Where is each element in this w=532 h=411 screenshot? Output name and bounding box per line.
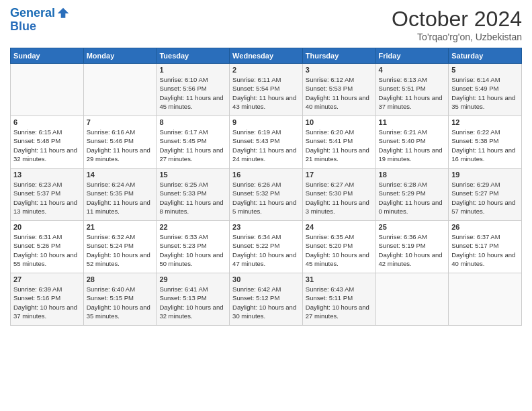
day-number: 17	[306, 171, 373, 179]
sunset: Sunset: 5:27 PM	[451, 189, 498, 197]
daylight: Daylight: 11 hours and 27 minutes.	[159, 146, 223, 163]
cell-0-4: 3 Sunrise: 6:12 AM Sunset: 5:53 PM Dayli…	[302, 64, 375, 116]
daylight: Daylight: 10 hours and 55 minutes.	[13, 251, 77, 267]
cell-2-5: 18 Sunrise: 6:28 AM Sunset: 5:29 PM Dayl…	[375, 169, 449, 221]
day-number: 28	[87, 275, 154, 283]
sunset: Sunset: 5:46 PM	[87, 137, 134, 144]
daylight: Daylight: 11 hours and 35 minutes.	[451, 94, 515, 110]
sunrise: Sunrise: 6:13 AM	[379, 76, 427, 83]
daylight: Daylight: 11 hours and 3 minutes.	[306, 199, 369, 215]
sunset: Sunset: 5:37 PM	[13, 189, 60, 197]
sunrise: Sunrise: 6:26 AM	[232, 181, 281, 188]
logo-icon	[56, 7, 70, 20]
day-number: 26	[451, 223, 519, 231]
day-number: 14	[87, 171, 154, 179]
day-number: 11	[379, 118, 446, 126]
sunset: Sunset: 5:24 PM	[87, 242, 134, 249]
daylight: Daylight: 11 hours and 45 minutes.	[159, 94, 223, 110]
cell-4-2: 29 Sunrise: 6:41 AM Sunset: 5:13 PM Dayl…	[157, 273, 230, 326]
sunrise: Sunrise: 6:19 AM	[232, 128, 281, 136]
cell-0-6: 5 Sunrise: 6:14 AM Sunset: 5:49 PM Dayli…	[449, 64, 522, 116]
daylight: Daylight: 10 hours and 30 minutes.	[232, 304, 296, 320]
sunrise: Sunrise: 6:16 AM	[87, 128, 135, 136]
day-number: 25	[379, 223, 446, 231]
cell-2-2: 15 Sunrise: 6:25 AM Sunset: 5:33 PM Dayl…	[157, 169, 230, 221]
sunrise: Sunrise: 6:12 AM	[306, 76, 354, 83]
sunrise: Sunrise: 6:14 AM	[451, 76, 500, 83]
location: To'rqao'rg'on, Uzbekistan	[392, 32, 522, 42]
daylight: Daylight: 11 hours and 13 minutes.	[13, 199, 77, 215]
day-number: 1	[159, 66, 226, 74]
sunrise: Sunrise: 6:43 AM	[306, 285, 354, 293]
day-number: 8	[159, 118, 226, 126]
cell-2-4: 17 Sunrise: 6:27 AM Sunset: 5:30 PM Dayl…	[302, 169, 375, 221]
sunset: Sunset: 5:13 PM	[159, 294, 206, 302]
header-thursday: Thursday	[302, 48, 375, 64]
sunrise: Sunrise: 6:35 AM	[306, 233, 354, 240]
cell-1-5: 11 Sunrise: 6:21 AM Sunset: 5:40 PM Dayl…	[375, 116, 449, 169]
sunrise: Sunrise: 6:22 AM	[451, 128, 500, 136]
sunrise: Sunrise: 6:20 AM	[306, 128, 354, 136]
logo: General Blue	[10, 7, 70, 34]
day-number: 21	[87, 223, 154, 231]
sunset: Sunset: 5:53 PM	[306, 85, 353, 92]
day-number: 27	[13, 275, 81, 283]
header-monday: Monday	[83, 48, 157, 64]
cell-1-3: 9 Sunrise: 6:19 AM Sunset: 5:43 PM Dayli…	[230, 116, 303, 169]
sunrise: Sunrise: 6:34 AM	[232, 233, 281, 240]
daylight: Daylight: 11 hours and 19 minutes.	[379, 146, 443, 163]
sunrise: Sunrise: 6:33 AM	[159, 233, 208, 240]
sunset: Sunset: 5:15 PM	[87, 294, 134, 302]
cell-4-6	[449, 273, 522, 326]
day-number: 2	[232, 66, 300, 74]
daylight: Daylight: 10 hours and 40 minutes.	[451, 251, 515, 267]
cell-3-6: 26 Sunrise: 6:37 AM Sunset: 5:17 PM Dayl…	[449, 221, 522, 273]
sunrise: Sunrise: 6:37 AM	[451, 233, 500, 240]
header-saturday: Saturday	[449, 48, 522, 64]
title-block: October 2024 To'rqao'rg'on, Uzbekistan	[392, 7, 522, 42]
sunset: Sunset: 5:41 PM	[306, 137, 353, 144]
day-number: 7	[87, 118, 154, 126]
cell-2-0: 13 Sunrise: 6:23 AM Sunset: 5:37 PM Dayl…	[11, 169, 84, 221]
sunrise: Sunrise: 6:10 AM	[159, 76, 208, 83]
daylight: Daylight: 11 hours and 24 minutes.	[232, 146, 296, 163]
cell-1-4: 10 Sunrise: 6:20 AM Sunset: 5:41 PM Dayl…	[302, 116, 375, 169]
daylight: Daylight: 10 hours and 27 minutes.	[306, 304, 369, 320]
sunset: Sunset: 5:49 PM	[451, 85, 498, 92]
calendar-table: Sunday Monday Tuesday Wednesday Thursday…	[10, 48, 522, 326]
sunset: Sunset: 5:54 PM	[232, 85, 279, 92]
day-number: 30	[232, 275, 300, 283]
header-tuesday: Tuesday	[157, 48, 230, 64]
day-number: 29	[159, 275, 226, 283]
sunrise: Sunrise: 6:15 AM	[13, 128, 62, 136]
sunrise: Sunrise: 6:27 AM	[306, 181, 354, 188]
cell-4-0: 27 Sunrise: 6:39 AM Sunset: 5:16 PM Dayl…	[11, 273, 84, 326]
daylight: Daylight: 11 hours and 21 minutes.	[306, 146, 369, 163]
sunset: Sunset: 5:35 PM	[87, 189, 134, 197]
day-number: 20	[13, 223, 81, 231]
day-number: 22	[159, 223, 226, 231]
daylight: Daylight: 11 hours and 5 minutes.	[232, 199, 296, 215]
sunset: Sunset: 5:11 PM	[306, 294, 353, 302]
daylight: Daylight: 11 hours and 32 minutes.	[13, 146, 77, 163]
sunrise: Sunrise: 6:28 AM	[379, 181, 427, 188]
sunset: Sunset: 5:48 PM	[13, 137, 60, 144]
daylight: Daylight: 10 hours and 50 minutes.	[159, 251, 223, 267]
header-row: Sunday Monday Tuesday Wednesday Thursday…	[11, 48, 522, 64]
sunset: Sunset: 5:33 PM	[159, 189, 206, 197]
day-number: 15	[159, 171, 226, 179]
daylight: Daylight: 11 hours and 16 minutes.	[451, 146, 515, 163]
cell-0-5: 4 Sunrise: 6:13 AM Sunset: 5:51 PM Dayli…	[375, 64, 449, 116]
sunset: Sunset: 5:19 PM	[379, 242, 426, 249]
cell-0-3: 2 Sunrise: 6:11 AM Sunset: 5:54 PM Dayli…	[230, 64, 303, 116]
sunset: Sunset: 5:26 PM	[13, 242, 60, 249]
sunset: Sunset: 5:43 PM	[232, 137, 279, 144]
cell-0-2: 1 Sunrise: 6:10 AM Sunset: 5:56 PM Dayli…	[157, 64, 230, 116]
cell-1-6: 12 Sunrise: 6:22 AM Sunset: 5:38 PM Dayl…	[449, 116, 522, 169]
sunset: Sunset: 5:51 PM	[379, 85, 426, 92]
week-row-2: 13 Sunrise: 6:23 AM Sunset: 5:37 PM Dayl…	[11, 169, 522, 221]
day-number: 16	[232, 171, 300, 179]
sunset: Sunset: 5:23 PM	[159, 242, 206, 249]
sunset: Sunset: 5:29 PM	[379, 189, 426, 197]
day-number: 9	[232, 118, 300, 126]
